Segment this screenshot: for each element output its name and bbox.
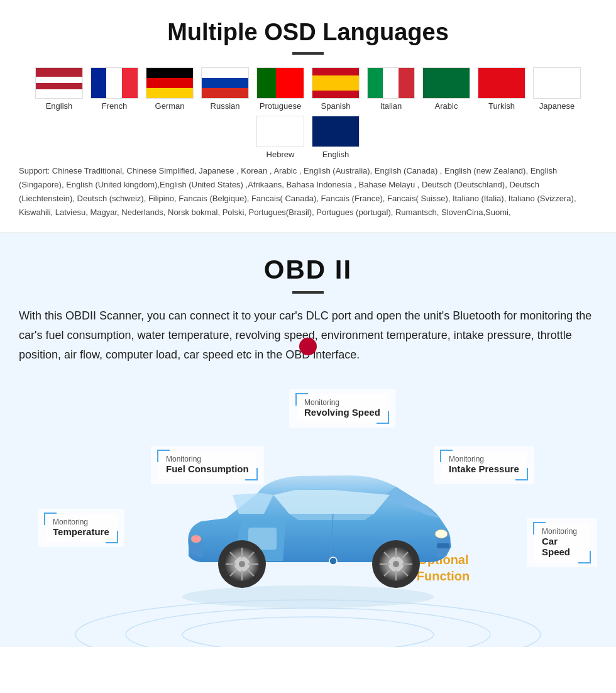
flag-box-1: [91, 67, 138, 99]
flag-item-3: Russian: [200, 67, 250, 111]
obd-description: With this OBDII Scanner, you can connect…: [19, 306, 597, 364]
flag-item-11: English: [311, 116, 361, 159]
flag-item-0: English: [34, 67, 84, 111]
flag-label-11: English: [322, 150, 349, 159]
monitor-diagram: Monitoring Revolving Speed Monitoring Fu…: [19, 383, 597, 647]
flag-box-6: [367, 67, 415, 99]
osd-title: Multiple OSD Languages: [19, 19, 597, 46]
flag-item-7: Arabic: [421, 67, 471, 111]
flag-box-9: [533, 67, 581, 99]
flag-box-7: [422, 67, 470, 99]
flag-item-10: Hebrew: [255, 116, 305, 159]
flag-label-8: Turkish: [488, 101, 515, 111]
flag-label-4: Protuguese: [260, 101, 302, 111]
support-text: Support: Chinese Traditional, Chinese Si…: [19, 164, 597, 219]
svg-point-33: [329, 557, 337, 565]
flag-box-10: [256, 116, 304, 147]
flag-box-11: [312, 116, 360, 147]
obd-divider: [292, 291, 324, 294]
flag-label-9: Japanese: [539, 101, 575, 111]
speed-sublabel: Monitoring: [542, 527, 582, 536]
flag-box-4: [256, 67, 304, 99]
revolving-mainlabel: Revolving Speed: [304, 407, 380, 418]
title-divider: [292, 52, 324, 55]
flag-box-2: [146, 67, 194, 99]
osd-section: Multiple OSD Languages EnglishFrenchGerm…: [0, 0, 616, 233]
flag-label-7: Arabic: [435, 101, 458, 111]
svg-point-8: [191, 535, 201, 543]
flag-box-5: [312, 67, 360, 99]
flag-label-0: English: [46, 101, 73, 111]
flag-item-4: Protuguese: [255, 67, 305, 111]
flag-item-1: French: [89, 67, 140, 111]
flag-box-0: [35, 67, 83, 99]
svg-rect-6: [437, 543, 449, 548]
svg-point-7: [435, 529, 448, 538]
flag-item-2: German: [145, 67, 195, 111]
temp-sublabel: Monitoring: [53, 518, 109, 526]
flag-label-3: Russian: [211, 101, 240, 111]
flag-label-5: Spanish: [321, 101, 351, 111]
flag-item-8: Turkish: [476, 67, 527, 111]
monitor-temperature: Monitoring Temperature: [38, 509, 124, 547]
revolving-sublabel: Monitoring: [304, 398, 380, 407]
obd-section: OBD II With this OBDII Scanner, you can …: [0, 233, 616, 647]
svg-point-24: [239, 561, 245, 567]
temp-mainlabel: Temperature: [53, 526, 109, 537]
obd-title: OBD II: [19, 255, 597, 285]
speed-mainlabel: Car Speed: [542, 536, 582, 557]
car-illustration: [145, 421, 471, 635]
flag-label-10: Hebrew: [267, 150, 295, 159]
flag-label-2: German: [155, 101, 185, 111]
svg-point-3: [182, 585, 434, 608]
flag-item-6: Italian: [366, 67, 416, 111]
flag-label-1: French: [102, 101, 127, 111]
flag-box-3: [201, 67, 249, 99]
flag-item-5: Spanish: [311, 67, 361, 111]
flag-box-8: [478, 67, 525, 99]
flag-label-6: Italian: [380, 101, 402, 111]
flag-item-9: Japanese: [532, 67, 582, 111]
svg-point-12: [393, 561, 399, 567]
flags-row: EnglishFrenchGermanRussianProtugueseSpan…: [19, 67, 597, 159]
